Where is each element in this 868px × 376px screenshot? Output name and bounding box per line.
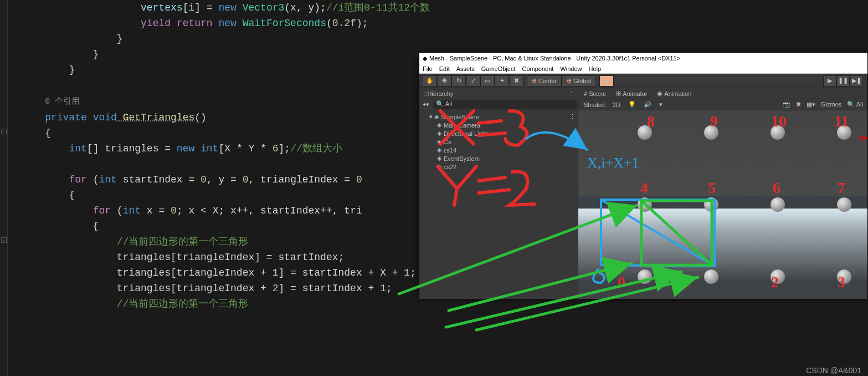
hand-tool-icon[interactable]: ✋	[423, 75, 437, 87]
scene-grid-icon[interactable]: ▦▾	[807, 101, 815, 108]
vertex-sphere[interactable]	[837, 197, 851, 212]
rect-tool-icon[interactable]: ▭	[480, 75, 495, 87]
hierarchy-tab[interactable]: ≡ Hierarchy⋮	[419, 88, 578, 99]
add-icon[interactable]: +▾	[423, 101, 429, 108]
scene-tab[interactable]: # Scene	[584, 90, 606, 97]
scene-fx-icon[interactable]: ▾	[659, 101, 662, 108]
hierarchy-item[interactable]: ◈ Cs	[422, 138, 576, 146]
watermark: CSDN @A&001	[806, 366, 861, 375]
window-title: Mesh - SampleScene - PC, Mac & Linux Sta…	[429, 55, 680, 62]
vertex-sphere[interactable]	[704, 270, 718, 284]
axis-gizmo-x-icon[interactable]: x ▶	[857, 134, 867, 141]
vertex-sphere[interactable]	[704, 197, 718, 212]
fold-mark[interactable]: -	[1, 129, 7, 134]
2d-toggle[interactable]: 2D	[613, 101, 620, 108]
menu-assets[interactable]: Assets	[456, 65, 475, 72]
menu-edit[interactable]: Edit	[439, 65, 450, 72]
snap-toggle-icon[interactable]: ⊞	[599, 75, 614, 87]
local-global-toggle[interactable]: ⊕ Global	[562, 75, 596, 87]
menu-help[interactable]: Help	[588, 65, 601, 72]
vertex-sphere[interactable]	[771, 125, 785, 140]
move-tool-icon[interactable]: ✥	[437, 75, 451, 87]
pause-button-icon[interactable]: ❚❚	[836, 75, 850, 87]
hierarchy-item[interactable]: ◈ Directional Light	[422, 129, 576, 138]
scene-row[interactable]: ▾ ◈ SampleScene⋮	[422, 113, 576, 121]
step-button-icon[interactable]: ▶❚	[850, 75, 863, 87]
vertex-sphere[interactable]	[837, 125, 851, 140]
hierarchy-search[interactable]: 🔍 All	[433, 100, 578, 109]
vertex-sphere[interactable]	[704, 125, 718, 140]
vertex-sphere[interactable]	[638, 197, 652, 212]
vertex-sphere[interactable]	[638, 270, 652, 284]
panel-menu-icon[interactable]: ⋮	[568, 90, 574, 97]
scale-tool-icon[interactable]: ⤢	[466, 75, 480, 87]
hierarchy-item[interactable]: ◈ Main Camera	[422, 121, 576, 129]
custom-tool-icon[interactable]: ✖	[509, 75, 523, 87]
unity-menu-bar[interactable]: File Edit Assets GameObject Component Wi…	[419, 64, 867, 74]
scene-camera-icon[interactable]: 📷	[783, 101, 790, 108]
hierarchy-item[interactable]: ◈ cs22	[422, 162, 576, 171]
unity-window[interactable]: ◆ Mesh - SampleScene - PC, Mac & Linux S…	[419, 52, 868, 299]
shaded-dropdown[interactable]: Shaded	[584, 101, 605, 108]
fold-mark[interactable]: -	[1, 237, 7, 243]
scene-audio-icon[interactable]: 🔊	[644, 101, 651, 108]
scene-search-icon[interactable]: 🔍 All	[847, 101, 863, 108]
scene-tools-icon[interactable]: ✖	[796, 101, 801, 108]
hierarchy-item[interactable]: ◈ EventSystem	[422, 154, 576, 162]
vertex-sphere[interactable]	[837, 270, 851, 284]
scene-viewport[interactable]: x ▶	[578, 110, 867, 299]
pivot-center-toggle[interactable]: ⊕ Center	[527, 75, 562, 87]
transform-tool-icon[interactable]: ✦	[495, 75, 509, 87]
scene-menu-icon[interactable]: ⋮	[569, 113, 576, 120]
menu-gameobject[interactable]: GameObject	[481, 65, 516, 72]
vertex-sphere[interactable]	[771, 270, 785, 284]
editor-gutter: - -	[0, 0, 8, 376]
gizmos-dropdown[interactable]: Gizmos	[821, 101, 841, 108]
hierarchy-item[interactable]: ◈ cs14	[422, 146, 576, 154]
vertex-sphere[interactable]	[771, 197, 785, 212]
hierarchy-tree[interactable]: ▾ ◈ SampleScene⋮ ◈ Main Camera ◈ Directi…	[419, 110, 578, 173]
scene-light-icon[interactable]: 💡	[628, 101, 636, 108]
code-token: vertexs	[141, 2, 183, 13]
menu-component[interactable]: Component	[522, 65, 553, 72]
animation-tab[interactable]: ◉ Animation	[657, 90, 691, 97]
animator-tab[interactable]: ⊞ Animator	[616, 90, 647, 97]
unity-title-bar[interactable]: ◆ Mesh - SampleScene - PC, Mac & Linux S…	[419, 53, 867, 64]
unity-logo-icon: ◆	[423, 55, 427, 62]
hierarchy-panel[interactable]: ≡ Hierarchy⋮ +▾🔍 All ▾ ◈ SampleScene⋮ ◈ …	[419, 88, 578, 299]
vertex-sphere[interactable]	[638, 125, 652, 140]
unity-toolbar: ✋ ✥ ↻ ⤢ ▭ ✦ ✖ ⊕ Center ⊕ Global ⊞ ▶ ❚❚ ▶…	[419, 74, 867, 88]
reference-hint[interactable]: 0 个引用	[45, 97, 80, 106]
menu-file[interactable]: File	[423, 65, 433, 72]
play-button-icon[interactable]: ▶	[823, 75, 836, 87]
rotate-tool-icon[interactable]: ↻	[451, 75, 466, 87]
menu-window[interactable]: Window	[560, 65, 582, 72]
scene-panel[interactable]: # Scene ⊞ Animator ◉ Animation Shaded 2D…	[578, 88, 867, 299]
